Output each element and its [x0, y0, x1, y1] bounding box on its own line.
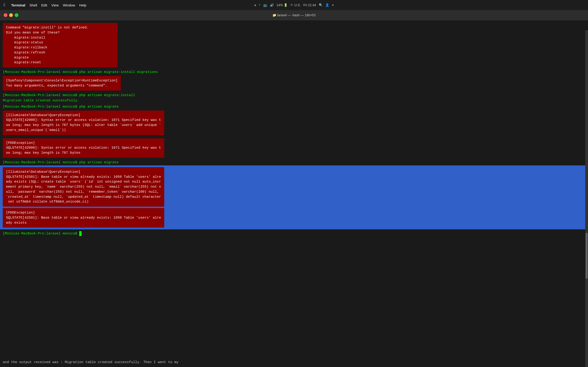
success-migration: Migration table created successfully.: [3, 98, 585, 103]
error-text-3: migrate:install: [6, 35, 114, 40]
pdo2-line3: ady exists: [6, 220, 161, 225]
prompt-2: [Monicas-MacBook-Pro:laravel monica$ php…: [3, 93, 585, 98]
folder-icon: 📁: [272, 13, 276, 17]
prompt-5[interactable]: [Monicas-MacBook-Pro:laravel monica$: [3, 231, 585, 236]
prompt-4: [Monicas-MacBook-Pro:laravel monica$ php…: [3, 160, 585, 165]
menu-window[interactable]: Window: [63, 3, 75, 7]
menubar:  Terminal Shell Edit View Window Help ⎈…: [0, 0, 588, 10]
error-pdo-exception-2: [PDOException] SQLSTATE[42S01]: Base tab…: [3, 208, 164, 227]
error-migrate-instll: Command "migrate:instll" is not defined.…: [3, 23, 118, 67]
window-title: 📁 laravel — -bash — 180×53: [272, 13, 316, 17]
eq2-line4: ement primary key, `name` varchar(255) n…: [6, 184, 161, 190]
eq2-line5: ull, `password` varchar(255) not null, `…: [6, 190, 161, 194]
minimize-button[interactable]: [9, 13, 13, 17]
error-runtime-line1: [Symfony\Component\Console\Exception\Run…: [6, 78, 118, 83]
scrollbar-thumb[interactable]: [586, 233, 588, 279]
error-block-4: [PDOException] SQLSTATE[42000]: Syntax e…: [3, 137, 585, 159]
terminal-content-wrapper[interactable]: Command "migrate:instll" is not defined.…: [0, 20, 588, 367]
pdo2-line2: SQLSTATE[42S01]: Base table or view alre…: [6, 215, 161, 220]
eq1-line2: SQLSTATE[42000]: Syntax error or access …: [6, 118, 161, 123]
error-text-2: Did you mean one of these?: [6, 30, 114, 35]
error-runtime-line2: Too many arguments, expected arguments "…: [6, 83, 118, 88]
error-text-5: migrate:rollback: [6, 45, 114, 50]
apple-menu[interactable]: : [4, 3, 6, 7]
bottom-scroll-text: and the output received was : Migration …: [3, 360, 179, 364]
error-query-exception-2: [Illuminate\Database\QueryException] SQL…: [3, 167, 164, 207]
pdo1-line3: oo long; max key length is 767 bytes: [6, 150, 161, 156]
pdo1-line2: SQLSTATE[42000]: Syntax error or access …: [6, 145, 161, 150]
menu-terminal[interactable]: Terminal: [11, 3, 25, 7]
maximize-button[interactable]: [15, 13, 18, 17]
error-runtime-exception: [Symfony\Component\Console\Exception\Run…: [3, 76, 121, 91]
close-button[interactable]: [4, 13, 7, 17]
menu-edit[interactable]: Edit: [41, 3, 47, 7]
error-block-3: [Illuminate\Database\QueryException] SQL…: [3, 110, 585, 136]
error-block-6-wrapper: [PDOException] SQLSTATE[42S01]: Base tab…: [3, 208, 588, 227]
pdo2-line1: [PDOException]: [6, 210, 161, 215]
error-pdo-exception-1: [PDOException] SQLSTATE[42000]: Syntax e…: [3, 138, 164, 158]
terminal-content[interactable]: Command "migrate:instll" is not defined.…: [0, 20, 588, 238]
prompt-3: [Monicas-MacBook-Pro:laravel monica$ php…: [3, 104, 585, 109]
pdo1-line1: [PDOException]: [6, 141, 161, 146]
error-block-5-wrapper: [Illuminate\Database\QueryException] SQL…: [3, 167, 588, 207]
eq2-line1: [Illuminate\Database\QueryException]: [6, 169, 161, 175]
title-bar: 📁 laravel — -bash — 180×53: [0, 10, 588, 20]
eq2-line7: set utf8mb4 collate utf8mb4_unicode_ci): [6, 199, 161, 204]
terminal-window: 📁 laravel — -bash — 180×53 Command "migr…: [0, 10, 588, 367]
menubar-center: ⎈ ⍑ 📺 🔊 14% 🔋 🏳 U.S. Fri 21:44 🔍 👤 ≡: [254, 3, 334, 7]
error-text-7: migrate: [6, 55, 114, 60]
eq1-line1: [Illuminate\Database\QueryException]: [6, 113, 161, 118]
error-text-1: Command "migrate:instll" is not defined.: [6, 25, 114, 30]
error-query-exception-1: [Illuminate\Database\QueryException] SQL…: [3, 110, 164, 135]
eq2-line2: SQLSTATE[42S01]: Base table or view alre…: [6, 175, 161, 180]
scrollbar[interactable]: [585, 30, 588, 367]
menubar-center-icons: ⎈ ⍑ 📺 🔊 14% 🔋 🏳 U.S. Fri 21:44 🔍 👤 ≡: [254, 3, 334, 7]
error-block-1: Command "migrate:instll" is not defined.…: [3, 22, 585, 68]
error-text-8: migrate:reset: [6, 60, 114, 65]
error-block-2: [Symfony\Component\Console\Exception\Run…: [3, 75, 585, 92]
menu-help[interactable]: Help: [79, 3, 86, 7]
menu-view[interactable]: View: [51, 3, 59, 7]
traffic-lights: [4, 13, 18, 17]
prompt-1: [Monicas-MacBook-Pro:laravel monica$ php…: [3, 70, 585, 75]
selection-region: [Illuminate\Database\QueryException] SQL…: [0, 165, 588, 230]
eq2-line6: `created_at` timestamp null, `updated_at…: [6, 194, 161, 200]
error-text-6: migrate:refresh: [6, 50, 114, 55]
error-text-4: migrate:status: [6, 40, 114, 45]
menubar-left:  Terminal Shell Edit View Window Help: [4, 3, 86, 7]
eq1-line3: oo long; max key length is 767 bytes (SQ…: [6, 123, 161, 128]
cursor: [79, 231, 82, 236]
menu-shell[interactable]: Shell: [29, 3, 37, 7]
eq1-line4: users_email_unique`(`email`)): [6, 128, 161, 133]
eq2-line3: ady exists (SQL: create table `users` (`…: [6, 179, 161, 184]
